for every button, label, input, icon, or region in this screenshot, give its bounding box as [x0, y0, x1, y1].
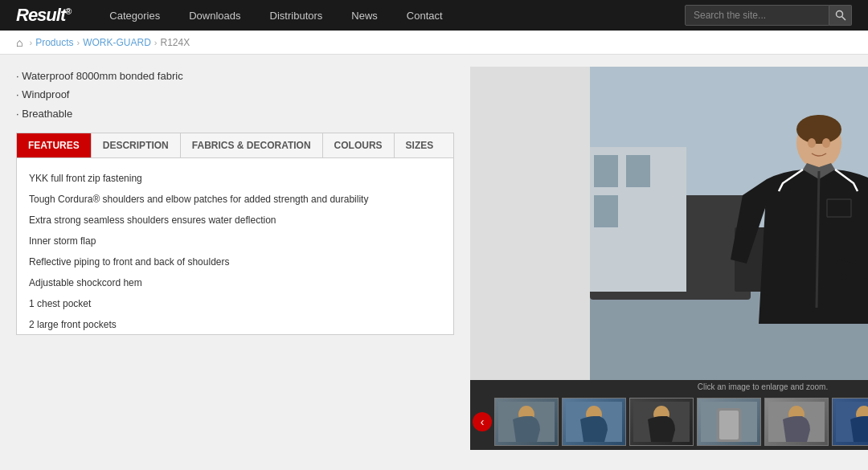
- feature-7: 1 chest pocket: [29, 293, 441, 314]
- image-hint-bar: Click an image to enlarge and zoom.: [470, 380, 868, 394]
- breadcrumb: ⌂ › Products › WORK-GUARD › R124X: [0, 31, 868, 55]
- feature-6: Adjustable shockcord hem: [29, 272, 441, 293]
- thumbnail-strip-wrapper: ‹: [470, 394, 868, 450]
- top-nav: Result® Categories Downloads Distributor…: [0, 0, 868, 31]
- nav-contact[interactable]: Contact: [392, 0, 457, 31]
- svg-point-18: [808, 138, 816, 148]
- tab-content-features: YKK full front zip fastening Tough Cordu…: [16, 158, 454, 335]
- thumb-img-1: [498, 402, 555, 442]
- thumbnail-3[interactable]: [629, 398, 694, 446]
- thumbnail-5[interactable]: [764, 398, 829, 446]
- product-tabs: FEATURES DESCRIPTION FABRICS & DECORATIO…: [16, 133, 454, 158]
- feature-8: 2 large front pockets: [29, 314, 441, 335]
- svg-point-0: [836, 11, 842, 18]
- image-hint-text: Click an image to enlarge and zoom.: [698, 382, 828, 391]
- product-image-svg: [470, 67, 868, 380]
- thumb-img-6: [836, 402, 868, 442]
- svg-rect-8: [626, 155, 650, 187]
- search-button[interactable]: [829, 5, 852, 26]
- main-product-image[interactable]: [470, 67, 868, 380]
- highlight-3: Breathable: [16, 104, 454, 123]
- main-content: Waterproof 8000mm bonded fabric Windproo…: [0, 55, 868, 462]
- nav-news[interactable]: News: [337, 0, 392, 31]
- thumbnail-1[interactable]: [494, 398, 559, 446]
- thumbnail-4[interactable]: [697, 398, 761, 446]
- nav-distributors[interactable]: Distributors: [256, 0, 338, 31]
- feature-1: YKK full front zip fastening: [29, 168, 441, 189]
- search-input[interactable]: [685, 5, 829, 26]
- highlight-2: Windproof: [16, 85, 454, 104]
- thumbnail-2[interactable]: [562, 398, 626, 446]
- product-highlights: Waterproof 8000mm bonded fabric Windproo…: [16, 67, 454, 123]
- logo-text: Result: [16, 5, 65, 25]
- right-panel: Click an image to enlarge and zoom. ‹: [470, 67, 868, 450]
- thumbnail-6[interactable]: [832, 398, 868, 446]
- site-logo[interactable]: Result®: [16, 5, 71, 26]
- svg-rect-9: [594, 195, 618, 227]
- thumb-img-2: [566, 402, 622, 442]
- sep3: ›: [154, 38, 158, 47]
- tab-fabrics[interactable]: FABRICS & DECORATION: [181, 133, 323, 157]
- svg-point-13: [796, 115, 841, 144]
- left-panel: Waterproof 8000mm bonded fabric Windproo…: [16, 67, 454, 450]
- tab-sizes[interactable]: SIZES: [395, 133, 445, 157]
- tab-features[interactable]: FEATURES: [17, 133, 92, 157]
- sep1: ›: [29, 38, 32, 47]
- breadcrumb-products[interactable]: Products: [35, 37, 73, 48]
- svg-point-19: [822, 138, 830, 148]
- breadcrumb-current: R124X: [161, 37, 190, 48]
- feature-3: Extra strong seamless shoulders ensures …: [29, 210, 441, 231]
- nav-links: Categories Downloads Distributors News C…: [95, 0, 685, 31]
- thumb-img-5: [768, 402, 825, 442]
- search-bar: [685, 5, 852, 26]
- thumbnail-strip: [494, 398, 868, 446]
- tab-colours[interactable]: COLOURS: [323, 133, 395, 157]
- feature-4: Inner storm flap: [29, 231, 441, 251]
- highlight-1: Waterproof 8000mm bonded fabric: [16, 67, 454, 85]
- prev-icon: ‹: [481, 415, 485, 428]
- home-icon[interactable]: ⌂: [16, 36, 23, 49]
- nav-downloads[interactable]: Downloads: [174, 0, 255, 31]
- nav-categories[interactable]: Categories: [95, 0, 174, 31]
- thumb-img-4: [701, 402, 757, 442]
- svg-line-1: [841, 17, 845, 21]
- search-icon: [835, 10, 846, 21]
- thumb-img-3: [633, 402, 690, 442]
- svg-rect-7: [594, 155, 618, 187]
- thumb-prev-button[interactable]: ‹: [473, 412, 492, 431]
- sep2: ›: [77, 38, 80, 47]
- logo-reg: ®: [65, 6, 71, 16]
- breadcrumb-workguard[interactable]: WORK-GUARD: [83, 37, 151, 48]
- tab-description[interactable]: DESCRIPTION: [92, 133, 181, 157]
- svg-rect-28: [719, 411, 739, 439]
- feature-5: Reflective piping to front and back of s…: [29, 251, 441, 272]
- feature-2: Tough Cordura® shoulders and elbow patch…: [29, 189, 441, 210]
